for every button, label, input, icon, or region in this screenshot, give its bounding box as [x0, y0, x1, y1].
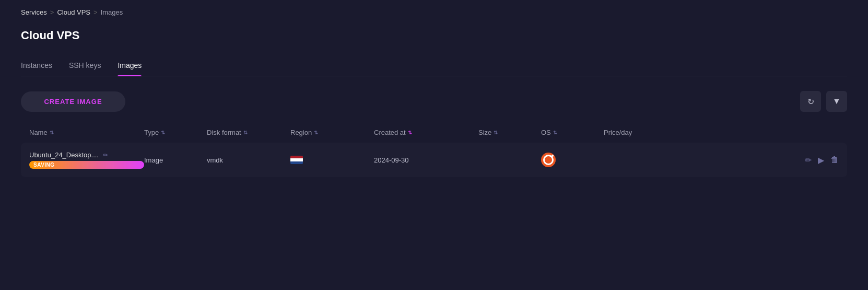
tab-instances[interactable]: Instances — [21, 57, 52, 76]
images-table: Name ⇅ Type ⇅ Disk format ⇅ Region ⇅ Cre… — [21, 124, 847, 177]
refresh-icon: ↻ — [807, 97, 814, 107]
cell-region — [290, 156, 374, 164]
breadcrumb-sep-1: > — [50, 8, 54, 16]
ubuntu-os-icon — [541, 153, 556, 167]
sort-icon-size: ⇅ — [494, 130, 498, 135]
tab-images[interactable]: Images — [118, 57, 142, 76]
page-title: Cloud VPS — [21, 29, 847, 42]
col-header-disk-format[interactable]: Disk format ⇅ — [207, 129, 290, 136]
sort-icon-type: ⇅ — [161, 130, 165, 135]
saving-badge: SAVING — [29, 161, 144, 169]
tab-ssh-keys[interactable]: SSH keys — [69, 57, 101, 76]
row-actions: ✏ ▶ 🗑 — [604, 155, 839, 165]
sort-icon-disk-format: ⇅ — [243, 130, 248, 135]
breadcrumb-cloud-vps[interactable]: Cloud VPS — [57, 8, 90, 16]
sort-icon-created-at: ⇅ — [408, 130, 412, 135]
flag-netherlands — [290, 156, 303, 164]
col-header-type[interactable]: Type ⇅ — [144, 129, 207, 136]
edit-action-icon[interactable]: ✏ — [805, 155, 812, 165]
delete-action-icon[interactable]: 🗑 — [830, 155, 839, 165]
cell-os — [541, 153, 604, 167]
cell-name: Ubuntu_24_Desktop.... ✏ SAVING — [29, 151, 144, 169]
filter-button[interactable]: ▼ — [826, 91, 847, 112]
play-action-icon[interactable]: ▶ — [818, 155, 824, 165]
create-image-button[interactable]: CREATE IMAGE — [21, 91, 125, 112]
col-header-price-day: Price/day — [604, 129, 839, 136]
cell-created-at: 2024-09-30 — [374, 156, 478, 164]
image-name: Ubuntu_24_Desktop.... — [29, 151, 99, 159]
sort-icon-os: ⇅ — [553, 130, 557, 135]
col-header-name[interactable]: Name ⇅ — [29, 129, 144, 136]
col-header-region[interactable]: Region ⇅ — [290, 129, 374, 136]
col-header-size[interactable]: Size ⇅ — [478, 129, 541, 136]
table-header: Name ⇅ Type ⇅ Disk format ⇅ Region ⇅ Cre… — [21, 124, 847, 141]
sort-icon-region: ⇅ — [314, 130, 318, 135]
breadcrumb-services[interactable]: Services — [21, 8, 47, 16]
col-header-created-at[interactable]: Created at ⇅ — [374, 129, 478, 136]
col-header-os[interactable]: OS ⇅ — [541, 129, 604, 136]
breadcrumb-sep-2: > — [93, 8, 98, 16]
breadcrumb-current: Images — [101, 8, 123, 16]
breadcrumb: Services > Cloud VPS > Images — [21, 8, 847, 16]
cell-type: Image — [144, 156, 207, 164]
filter-icon: ▼ — [832, 97, 841, 106]
refresh-button[interactable]: ↻ — [800, 91, 821, 112]
cell-disk-format: vmdk — [207, 156, 290, 164]
tabs-container: Instances SSH keys Images — [21, 57, 847, 76]
table-row: Ubuntu_24_Desktop.... ✏ SAVING Image vmd… — [21, 143, 847, 177]
inline-edit-icon[interactable]: ✏ — [103, 152, 108, 159]
toolbar-right: ↻ ▼ — [800, 91, 847, 112]
sort-icon-name: ⇅ — [50, 130, 54, 135]
toolbar: CREATE IMAGE ↻ ▼ — [21, 91, 847, 112]
